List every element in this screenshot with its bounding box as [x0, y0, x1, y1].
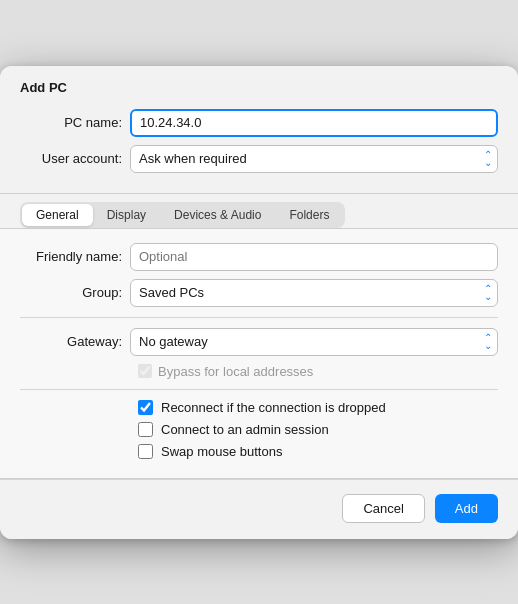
section-divider-2 — [20, 389, 498, 390]
tab-bar: General Display Devices & Audio Folders — [0, 193, 518, 229]
bypass-checkbox[interactable] — [138, 364, 152, 378]
bypass-row: Bypass for local addresses — [20, 364, 498, 379]
reconnect-checkbox[interactable] — [138, 400, 153, 415]
header-section: PC name: User account: Ask when required… — [0, 101, 518, 193]
footer: Cancel Add — [0, 479, 518, 539]
group-select-wrapper: Saved PCs ⌃ ⌄ — [130, 279, 498, 307]
tab-devices-audio[interactable]: Devices & Audio — [160, 204, 275, 226]
checkboxes-section: Reconnect if the connection is dropped C… — [20, 400, 498, 459]
dialog-title: Add PC — [20, 80, 67, 95]
general-tab-content: Friendly name: Group: Saved PCs ⌃ ⌄ Gate… — [0, 229, 518, 479]
friendly-name-input[interactable] — [130, 243, 498, 271]
friendly-name-row: Friendly name: — [20, 243, 498, 271]
user-account-select[interactable]: Ask when required Add user account... — [130, 145, 498, 173]
checkbox-row-reconnect: Reconnect if the connection is dropped — [138, 400, 498, 415]
tab-folders[interactable]: Folders — [275, 204, 343, 226]
tab-display[interactable]: Display — [93, 204, 160, 226]
gateway-select-wrapper: No gateway ⌃ ⌄ — [130, 328, 498, 356]
user-account-select-wrapper: Ask when required Add user account... ⌃ … — [130, 145, 498, 173]
add-pc-dialog: Add PC PC name: User account: Ask when r… — [0, 66, 518, 539]
tab-general[interactable]: General — [22, 204, 93, 226]
bypass-label: Bypass for local addresses — [158, 364, 313, 379]
pc-name-label: PC name: — [20, 115, 130, 130]
user-account-row: User account: Ask when required Add user… — [20, 145, 498, 173]
title-bar: Add PC — [0, 66, 518, 101]
group-select[interactable]: Saved PCs — [130, 279, 498, 307]
group-label: Group: — [20, 285, 130, 300]
admin-session-label: Connect to an admin session — [161, 422, 329, 437]
swap-mouse-label: Swap mouse buttons — [161, 444, 282, 459]
gateway-label: Gateway: — [20, 334, 130, 349]
friendly-name-label: Friendly name: — [20, 249, 130, 264]
pc-name-input[interactable] — [130, 109, 498, 137]
section-divider-1 — [20, 317, 498, 318]
user-account-label: User account: — [20, 151, 130, 166]
gateway-select[interactable]: No gateway — [130, 328, 498, 356]
checkbox-row-admin: Connect to an admin session — [138, 422, 498, 437]
pc-name-row: PC name: — [20, 109, 498, 137]
reconnect-label: Reconnect if the connection is dropped — [161, 400, 386, 415]
admin-session-checkbox[interactable] — [138, 422, 153, 437]
swap-mouse-checkbox[interactable] — [138, 444, 153, 459]
gateway-row: Gateway: No gateway ⌃ ⌄ — [20, 328, 498, 356]
cancel-button[interactable]: Cancel — [342, 494, 424, 523]
checkbox-row-swap-mouse: Swap mouse buttons — [138, 444, 498, 459]
add-button[interactable]: Add — [435, 494, 498, 523]
group-row: Group: Saved PCs ⌃ ⌄ — [20, 279, 498, 307]
tab-container: General Display Devices & Audio Folders — [20, 202, 345, 228]
